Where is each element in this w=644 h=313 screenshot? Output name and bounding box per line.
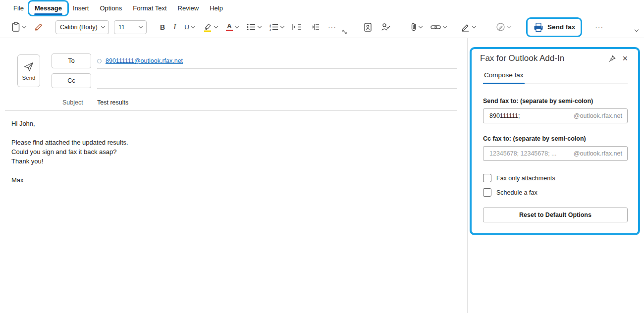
to-button[interactable]: To: [52, 53, 91, 68]
schedule-fax-checkbox[interactable]: [483, 188, 491, 197]
bullet-list-button[interactable]: [244, 20, 264, 35]
paste-button[interactable]: [9, 20, 28, 35]
reset-defaults-button[interactable]: Reset to Default Options: [483, 208, 628, 222]
chevron-down-icon[interactable]: [443, 24, 447, 28]
more-commands-button[interactable]: ···: [592, 20, 606, 35]
panel-title: Fax for Outlook Add-In: [480, 53, 564, 63]
menubar: File Message Insert Options Format Text …: [0, 0, 644, 16]
menu-tab-help[interactable]: Help: [204, 1, 228, 15]
underline-button[interactable]: U: [182, 20, 197, 35]
chevron-down-icon[interactable]: [507, 24, 511, 28]
font-size-value: 11: [118, 24, 125, 31]
italic-button[interactable]: I: [171, 20, 178, 35]
chevron-down-icon[interactable]: [419, 24, 423, 28]
numbering-icon: 123: [269, 23, 278, 31]
schedule-fax-row[interactable]: Schedule a fax: [483, 188, 628, 197]
cc-button[interactable]: Cc: [52, 73, 91, 88]
address-book-icon: [363, 22, 372, 32]
panel-tabstrip: Compose fax: [483, 70, 628, 84]
paper-plane-icon: [23, 61, 35, 72]
svg-text:3: 3: [269, 28, 271, 31]
message-body[interactable]: Hi John, Please find attached the update…: [11, 119, 447, 185]
menu-tab-format-text[interactable]: Format Text: [127, 1, 172, 15]
chevron-down-icon: [635, 28, 639, 32]
chevron-down-icon[interactable]: [214, 24, 218, 28]
underline-icon: U: [184, 23, 189, 31]
menu-tab-review[interactable]: Review: [172, 1, 205, 15]
dialog-launcher-icon[interactable]: [342, 30, 347, 34]
fax-only-attachments-label: Fax only attachments: [496, 175, 555, 182]
to-recipient-chip[interactable]: 890111111@outlook.rfax.net: [106, 57, 183, 64]
menu-tab-file[interactable]: File: [8, 1, 29, 15]
pin-icon[interactable]: [608, 55, 616, 62]
signature-button[interactable]: [458, 20, 478, 35]
menu-tab-insert[interactable]: Insert: [67, 1, 95, 15]
check-names-button[interactable]: [378, 20, 393, 35]
menu-tab-message[interactable]: Message: [29, 1, 67, 15]
cc-fax-to-input[interactable]: [488, 150, 574, 157]
font-size-select[interactable]: 11: [114, 20, 147, 34]
chevron-down-icon[interactable]: [280, 24, 284, 28]
fax-only-attachments-row[interactable]: Fax only attachments: [483, 174, 628, 182]
paperclip-icon: [411, 22, 417, 32]
send-fax-button[interactable]: Send fax: [528, 19, 581, 36]
tab-compose-fax[interactable]: Compose fax: [483, 71, 525, 83]
increase-indent-button[interactable]: [308, 20, 322, 35]
send-button-label: Send: [22, 75, 36, 81]
subject-value[interactable]: Test results: [97, 99, 128, 106]
text-highlight-button[interactable]: [201, 20, 220, 35]
send-button[interactable]: Send: [17, 54, 40, 87]
highlighter-icon: [203, 22, 212, 32]
check-names-icon: [380, 22, 390, 32]
format-painter-button[interactable]: [32, 20, 46, 35]
address-book-button[interactable]: [361, 20, 375, 35]
cc-fax-to-field[interactable]: @outlook.rfax.net: [483, 146, 628, 161]
collapse-ribbon-button[interactable]: [633, 26, 638, 35]
italic-icon: I: [173, 23, 176, 31]
font-color-button[interactable]: A: [223, 20, 241, 35]
subject-label: Subject: [62, 99, 83, 106]
chevron-down-icon[interactable]: [472, 24, 476, 28]
to-field[interactable]: 890111111@outlook.rfax.net: [97, 53, 457, 69]
chevron-down-icon[interactable]: [235, 24, 239, 28]
fax-addin-panel: Fax for Outlook Add-In × Compose fax Sen…: [468, 38, 644, 313]
chevron-down-icon[interactable]: [258, 24, 262, 28]
chevron-down-icon[interactable]: [191, 24, 195, 28]
bullets-icon: [247, 23, 256, 31]
send-fax-to-field[interactable]: @outlook.rfax.net: [483, 108, 628, 123]
fax-only-attachments-checkbox[interactable]: [483, 174, 491, 182]
chevron-down-icon[interactable]: [22, 24, 26, 28]
fax-icon: [533, 22, 544, 32]
more-formatting-button[interactable]: ···: [325, 20, 339, 35]
format-painter-icon: [34, 22, 44, 32]
numbered-list-button[interactable]: 123: [267, 20, 286, 35]
send-fax-to-suffix: @outlook.rfax.net: [574, 112, 622, 119]
send-fax-label: Send fax: [547, 23, 575, 31]
font-name-select[interactable]: Calibri (Body): [55, 20, 109, 34]
app: File Message Insert Options Format Text …: [0, 0, 644, 313]
editor-button[interactable]: [493, 20, 513, 35]
schedule-fax-label: Schedule a fax: [496, 189, 537, 196]
signature-icon: [461, 22, 470, 32]
bold-button[interactable]: B: [158, 20, 167, 35]
subject-field[interactable]: Subject Test results: [5, 97, 457, 111]
insert-link-button[interactable]: [428, 20, 449, 35]
presence-icon: [97, 59, 102, 63]
menu-tab-options[interactable]: Options: [94, 1, 127, 15]
chevron-down-icon: [139, 24, 143, 28]
ribbon: Calibri (Body) 11 B I U A: [0, 16, 644, 38]
cc-field[interactable]: [97, 73, 457, 89]
decrease-indent-button[interactable]: [290, 20, 304, 35]
close-icon[interactable]: ×: [622, 54, 628, 63]
bold-icon: B: [160, 23, 165, 31]
attach-file-button[interactable]: [408, 20, 425, 35]
indent-icon: [310, 23, 320, 31]
clipboard-icon: [11, 22, 20, 32]
fax-addin-highlight-box: Fax for Outlook Add-In × Compose fax Sen…: [470, 47, 640, 235]
editor-icon: [496, 22, 505, 32]
send-fax-to-label: Send fax to: (separate by semi-colon): [483, 98, 628, 104]
panel-header: Fax for Outlook Add-In ×: [483, 53, 628, 63]
send-fax-to-input[interactable]: [488, 112, 574, 120]
font-name-value: Calibri (Body): [60, 24, 98, 31]
outdent-icon: [292, 23, 302, 31]
